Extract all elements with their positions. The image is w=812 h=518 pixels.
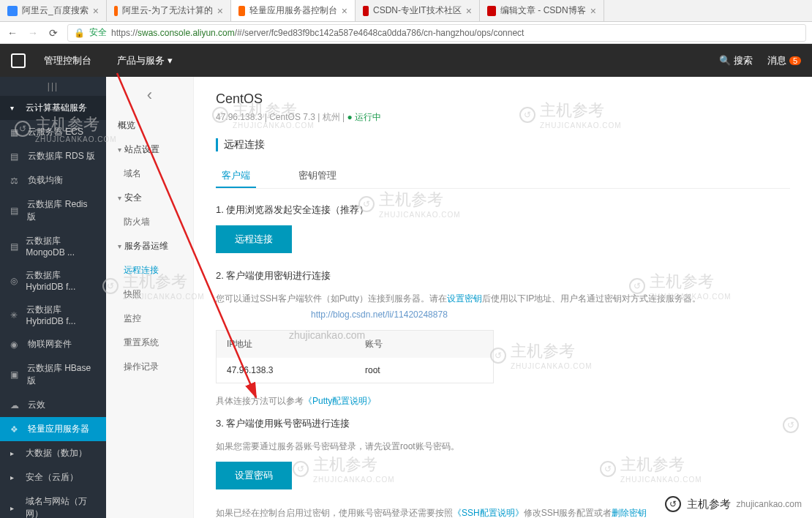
- th-ip: IP地址: [217, 331, 355, 358]
- favicon-icon: [487, 6, 496, 16]
- cloud-icon: ☁: [10, 400, 20, 410]
- sidebar-item-hybriddb2[interactable]: ✳云数据库HybridDB f...: [0, 298, 106, 332]
- brand-name: 主机参考: [687, 498, 731, 511]
- brand-footer: ↺ 主机参考 zhujicankao.com: [665, 496, 802, 512]
- tab-title: 阿里云_百度搜索: [22, 4, 89, 17]
- database-icon: ◎: [10, 276, 18, 286]
- brand-icon: ↺: [665, 496, 681, 512]
- console-topbar: 管理控制台 产品与服务 ▾ 🔍 搜索 消息5: [0, 44, 812, 77]
- sidebar-item-rds[interactable]: ▤云数据库 RDS 版: [0, 144, 106, 168]
- secure-label: 安全: [89, 26, 107, 39]
- menu-toggle-icon[interactable]: |||: [48, 81, 59, 91]
- sidebar-item-iot[interactable]: ◉物联网套件: [0, 332, 106, 356]
- subnav-oplog[interactable]: 操作记录: [106, 355, 193, 379]
- close-icon[interactable]: ×: [590, 5, 596, 17]
- sidebar-item-ecs[interactable]: ▦云服务器 ECS: [0, 120, 106, 144]
- forward-icon[interactable]: →: [26, 26, 40, 40]
- products-menu[interactable]: 产品与服务 ▾: [117, 54, 173, 67]
- sidebar-item-redis[interactable]: ▤云数据库 Redis 版: [0, 192, 106, 229]
- favicon-icon: [238, 6, 245, 16]
- sidebar-section-cloud[interactable]: ▾云计算基础服务: [0, 96, 106, 120]
- browser-tab[interactable]: 阿里云_百度搜索×: [0, 0, 107, 21]
- sidebar-item-mongo[interactable]: ▤云数据库 MongoDB ...: [0, 229, 106, 263]
- search-button[interactable]: 🔍 搜索: [719, 54, 753, 67]
- sidebar-item-hbase[interactable]: ▣云数据库 HBase 版: [0, 356, 106, 393]
- messages-button[interactable]: 消息5: [767, 54, 801, 67]
- set-key-link[interactable]: 设置密钥: [447, 293, 482, 304]
- browser-tab[interactable]: 阿里云-为了无法计算的×: [107, 0, 231, 21]
- lightserver-icon: ❖: [10, 424, 20, 435]
- back-icon[interactable]: ←: [6, 26, 19, 40]
- tab-title: 编辑文章 - CSDN博客: [500, 4, 586, 17]
- reload-icon[interactable]: ⟳: [47, 26, 60, 40]
- section-2-desc: 您可以通过SSH客户端软件（如Putty）连接到服务器。请在设置密钥后使用以下I…: [216, 291, 790, 323]
- subnav-domain[interactable]: 域名: [106, 162, 193, 186]
- subnav-site-section[interactable]: ▾站点设置: [106, 138, 193, 162]
- address-bar-row: ← → ⟳ 🔒 安全 https://swas.console.aliyun.c…: [0, 22, 812, 44]
- brand-logo-icon: [11, 53, 26, 68]
- subnav-firewall[interactable]: 防火墙: [106, 210, 193, 234]
- subnav-ops-section[interactable]: ▾服务器运维: [106, 234, 193, 258]
- page-title: CentOS: [216, 91, 790, 107]
- th-account: 账号: [355, 331, 493, 358]
- browser-tab-strip: 阿里云_百度搜索× 阿里云-为了无法计算的× 轻量应用服务器控制台× CSDN-…: [0, 0, 812, 22]
- tab-keymgmt[interactable]: 密钥管理: [293, 165, 342, 188]
- subnav-snapshot[interactable]: 快照: [106, 282, 193, 307]
- caret-down-icon: ▾: [10, 104, 14, 112]
- secondary-sidebar: ‹ 概览 ▾站点设置 域名 ▾安全 防火墙 ▾服务器运维 远程连接 快照 监控 …: [106, 77, 194, 518]
- database-icon: ▤: [10, 206, 20, 216]
- sidebar-item-hybriddb1[interactable]: ◎云数据库 HybridDB f...: [0, 263, 106, 298]
- favicon-icon: [7, 6, 18, 16]
- favicon-icon: [114, 6, 118, 16]
- section-1-title: 1. 使用浏览器发起安全连接（推荐）: [216, 203, 790, 217]
- database-icon: ✳: [10, 310, 19, 320]
- caret-right-icon: ▸: [10, 504, 14, 512]
- subnav-security-section[interactable]: ▾安全: [106, 186, 193, 210]
- browser-tab[interactable]: CSDN-专业IT技术社区×: [356, 0, 480, 21]
- ssh-doc-link[interactable]: 《SSH配置说明》: [453, 508, 524, 518]
- subnav-overview[interactable]: 概览: [106, 113, 193, 138]
- ip-account-table: IP地址账号 47.96.138.3root: [216, 330, 494, 383]
- section-2-title: 2. 客户端使用密钥进行连接: [216, 269, 790, 282]
- subnav-monitor[interactable]: 监控: [106, 307, 193, 331]
- server-icon: ▦: [10, 127, 20, 138]
- url-text: https://swas.console.aliyun.com/#/server…: [111, 28, 524, 38]
- address-bar[interactable]: 🔒 安全 https://swas.console.aliyun.com/#/s…: [67, 24, 806, 42]
- set-password-button[interactable]: 设置密码: [216, 462, 292, 489]
- sidebar-item-slb[interactable]: ⚖负载均衡: [0, 168, 106, 192]
- browser-tab-active[interactable]: 轻量应用服务器控制台×: [231, 0, 356, 21]
- close-icon[interactable]: ×: [342, 5, 347, 17]
- putty-doc-link[interactable]: 《Putty配置说明》: [304, 396, 376, 406]
- close-icon[interactable]: ×: [93, 5, 99, 17]
- iot-icon: ◉: [10, 339, 20, 350]
- blog-url-text: http://blog.csdn.net/li/11420248878: [311, 309, 448, 320]
- badge-count: 5: [789, 56, 801, 65]
- delete-key-link[interactable]: 删除密钥: [612, 508, 647, 518]
- subnav-reset[interactable]: 重置系统: [106, 331, 193, 355]
- caret-down-icon: ▾: [168, 55, 173, 66]
- server-meta: 47.96.138.3 | CentOS 7.3 | 杭州 | ● 运行中: [216, 111, 790, 124]
- sidebar-item-swas[interactable]: ❖轻量应用服务器: [0, 417, 106, 441]
- database-icon: ▤: [10, 151, 20, 162]
- tab-title: 轻量应用服务器控制台: [249, 4, 337, 17]
- td-ip: 47.96.138.3: [217, 358, 355, 383]
- tab-title: CSDN-专业IT技术社区: [373, 4, 462, 17]
- remote-connect-button[interactable]: 远程连接: [216, 225, 292, 253]
- close-icon[interactable]: ×: [466, 5, 472, 17]
- section-3-desc: 如果您需要通过服务器账号密码登录，请先设置root账号密码。: [216, 439, 790, 455]
- back-button[interactable]: ‹: [106, 77, 193, 113]
- caret-down-icon: ▾: [118, 146, 121, 154]
- close-icon[interactable]: ×: [217, 5, 223, 17]
- sidebar-item-security[interactable]: ▸安全（云盾）: [0, 465, 106, 489]
- console-title: 管理控制台: [44, 54, 91, 67]
- td-account: root: [355, 358, 493, 383]
- tab-title: 阿里云-为了无法计算的: [122, 4, 213, 17]
- sidebar-item-yunxiao[interactable]: ☁云效: [0, 393, 106, 417]
- sidebar-item-bigdata[interactable]: ▸大数据（数加）: [0, 441, 106, 465]
- database-icon: ▤: [10, 241, 18, 252]
- subnav-remote[interactable]: 远程连接: [106, 258, 193, 282]
- sidebar-item-domain[interactable]: ▸域名与网站（万网）: [0, 489, 106, 518]
- browser-tab[interactable]: 编辑文章 - CSDN博客×: [480, 0, 604, 21]
- tab-client[interactable]: 客户端: [216, 165, 256, 188]
- content-tabs: 客户端 密钥管理: [216, 165, 790, 189]
